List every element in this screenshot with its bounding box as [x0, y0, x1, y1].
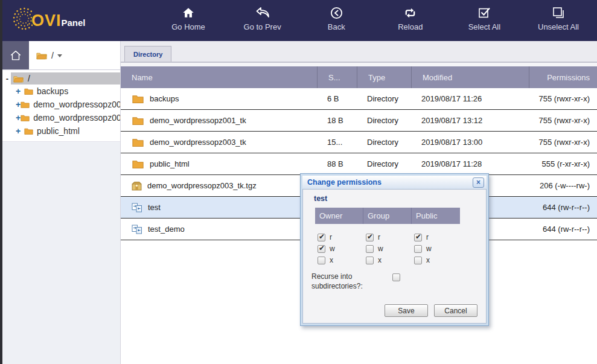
dialog-title: Change permissions	[307, 178, 382, 187]
column-header-permissions[interactable]: Permissions	[529, 66, 597, 88]
unselect-all-icon	[551, 5, 566, 21]
select-all-button[interactable]: Select All	[462, 5, 506, 31]
folder-icon	[24, 127, 33, 135]
tree-item-label: demo_wordpressopz001_tk	[33, 100, 120, 109]
file-permissions: 755 (rwxr-xr-x)	[539, 94, 590, 103]
file-permissions: 555 (r-xr-xr-x)	[542, 159, 590, 168]
logo-swirl-icon	[6, 3, 33, 34]
open-folder-icon	[36, 51, 48, 60]
tree-item-demo-wordpressopz003[interactable]: + demo_wordpressopz003_tk	[2, 111, 120, 124]
file-permissions: 206 (-w----rw-)	[540, 181, 590, 190]
tree-item-root[interactable]: - /	[2, 72, 120, 85]
table-row[interactable]: demo_wordpressopz003_tk 15... Directory …	[121, 132, 597, 153]
owner-read-checkbox[interactable]	[318, 234, 325, 241]
folder-icon	[132, 159, 144, 168]
save-button[interactable]: Save	[385, 304, 428, 317]
public-permissions: r w x	[414, 232, 462, 266]
expand-icon[interactable]: +	[16, 113, 21, 123]
toolbar-label: Back	[328, 22, 345, 31]
close-icon[interactable]: ×	[473, 177, 484, 188]
toolbar-label: Reload	[398, 22, 423, 31]
tree-item-label: backups	[37, 86, 68, 96]
go-to-prev-button[interactable]: Go to Prev	[241, 5, 284, 31]
file-name: backups	[150, 94, 179, 103]
folder-icon	[132, 116, 144, 125]
tree-item-demo-wordpressopz001[interactable]: + demo_wordpressopz001_tk	[2, 98, 120, 111]
owner-header: Owner	[315, 208, 363, 224]
change-permissions-dialog: Change permissions × test Owner Group Pu…	[300, 173, 489, 326]
perm-label: x	[330, 256, 333, 264]
reload-icon	[403, 5, 418, 21]
folder-icon	[132, 94, 144, 103]
dialog-title-bar[interactable]: Change permissions ×	[302, 176, 487, 189]
cancel-button[interactable]: Cancel	[434, 304, 477, 317]
file-permissions: 755 (rwxr-xr-x)	[539, 116, 590, 125]
file-pair-icon	[132, 203, 142, 212]
file-permissions: 644 (rw-r--r--)	[543, 203, 590, 212]
group-header: Group	[363, 208, 412, 224]
file-pair-icon	[132, 225, 142, 234]
folder-icon	[132, 138, 144, 147]
table-row[interactable]: public_html 88 B Directory 2019/08/17 11…	[121, 153, 597, 175]
file-type: Directory	[357, 88, 412, 109]
column-header-name[interactable]: Name	[121, 66, 318, 88]
back-circle-icon	[330, 5, 343, 21]
tab-directory[interactable]: Directory	[124, 46, 171, 62]
perm-label: r	[330, 233, 332, 241]
back-button[interactable]: Back	[314, 5, 358, 31]
go-home-button[interactable]: Go Home	[167, 5, 210, 31]
dialog-buttons: Save Cancel	[385, 304, 477, 317]
expand-icon[interactable]: +	[16, 86, 24, 96]
group-execute-checkbox[interactable]	[366, 257, 374, 264]
logo-text-secondary: Panel	[62, 18, 86, 28]
ovipanel-logo: OVI Panel	[31, 11, 86, 30]
expand-icon[interactable]: +	[16, 126, 24, 136]
file-modified: 2019/08/17 11:28	[412, 153, 529, 174]
file-type: Directory	[357, 110, 412, 131]
file-type: Directory	[357, 132, 412, 153]
top-toolbar: OVI Panel Go Home Go to Prev Back	[2, 0, 597, 41]
file-size: 15...	[318, 132, 357, 153]
archive-icon	[132, 181, 142, 191]
owner-write-checkbox[interactable]	[318, 245, 325, 253]
perm-label: x	[426, 256, 430, 264]
recurse-checkbox[interactable]	[392, 273, 400, 281]
expand-icon[interactable]: +	[16, 100, 21, 109]
public-write-checkbox[interactable]	[414, 245, 422, 253]
tree-item-public-html[interactable]: + public_html	[2, 124, 120, 138]
breadcrumb-home-button[interactable]	[2, 41, 29, 69]
collapse-icon[interactable]: -	[4, 74, 11, 83]
table-row[interactable]: demo_wordpressopz001_tk 18 B Directory 2…	[121, 110, 597, 132]
tree-item-backups[interactable]: + backups	[2, 85, 120, 98]
toolbar-label: Select All	[468, 22, 500, 31]
public-read-checkbox[interactable]	[414, 234, 422, 241]
sidebar: / - / + backups +	[2, 41, 121, 364]
unselect-all-button[interactable]: Unselect All	[537, 5, 580, 31]
permission-group-headers: Owner Group Public	[315, 208, 460, 224]
file-size: 88 B	[318, 153, 357, 174]
group-write-checkbox[interactable]	[366, 245, 374, 253]
toolbar-label: Unselect All	[538, 22, 579, 31]
reload-button[interactable]: Reload	[389, 5, 432, 31]
column-header-type[interactable]: Type	[357, 66, 412, 88]
column-header-modified[interactable]: Modified	[412, 66, 529, 88]
file-name: public_html	[150, 159, 190, 168]
file-name: demo_wordpressopz003_tk	[150, 138, 246, 147]
table-header-row: Name S... Type Modified Permissions	[121, 66, 597, 88]
perm-label: w	[426, 244, 432, 253]
file-name: demo_wordpressopz001_tk	[150, 116, 246, 125]
public-execute-checkbox[interactable]	[414, 257, 422, 264]
group-read-checkbox[interactable]	[366, 234, 374, 241]
owner-permissions: r w x	[318, 232, 366, 266]
breadcrumb-path-dropdown[interactable]: /	[29, 41, 120, 69]
tree-root-selected-bar[interactable]: /	[11, 72, 120, 85]
select-all-icon	[477, 5, 491, 21]
undo-arrow-icon	[255, 5, 270, 21]
file-manager-window: OVI Panel Go Home Go to Prev Back	[0, 0, 597, 364]
tree-item-label: demo_wordpressopz003_tk	[33, 113, 120, 123]
table-row[interactable]: backups 6 B Directory 2019/08/17 11:26 7…	[121, 88, 597, 110]
toolbar-buttons: Go Home Go to Prev Back	[167, 5, 580, 31]
column-header-size[interactable]: S...	[318, 66, 357, 88]
owner-execute-checkbox[interactable]	[318, 257, 325, 264]
group-permissions: r w x	[366, 232, 414, 266]
